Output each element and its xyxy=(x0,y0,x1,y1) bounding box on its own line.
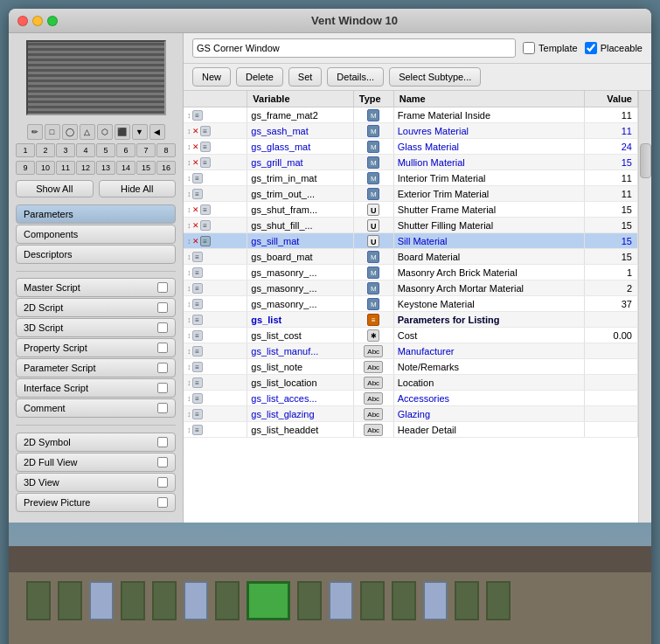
scrollbar-thumb[interactable] xyxy=(640,143,651,178)
row-variable: gs_shut_fram... xyxy=(247,202,353,218)
circle-icon[interactable]: ◯ xyxy=(62,124,78,140)
table-row[interactable]: ↕≡gs_masonry_...MMasonry Arch Mortar Mat… xyxy=(184,280,638,296)
table-row[interactable]: ↕≡gs_masonry_...MMasonry Arch Brick Mate… xyxy=(184,265,638,280)
parameter-script-button[interactable]: Parameter Script xyxy=(16,358,176,377)
show-all-button[interactable]: Show All xyxy=(16,180,94,197)
title-bar: Vent Window 10 xyxy=(9,9,651,33)
tab-parameters[interactable]: Parameters xyxy=(16,204,176,224)
down-icon[interactable]: ▼ xyxy=(132,124,148,140)
table-row[interactable]: ↕✕≡gs_shut_fill_...UShutter Filling Mate… xyxy=(184,218,638,233)
row-icons-cell: ↕≡ xyxy=(184,280,247,296)
full-view-2d-checkbox[interactable] xyxy=(157,457,168,467)
preview-picture-button[interactable]: Preview Picture xyxy=(16,493,176,512)
2d-script-button[interactable]: 2D Script xyxy=(16,298,176,317)
minimize-button[interactable] xyxy=(32,16,43,26)
num-7[interactable]: 7 xyxy=(136,143,156,157)
table-row[interactable]: ↕≡gs_trim_in_matMInterior Trim Material1… xyxy=(184,170,638,186)
symbol-2d-checkbox[interactable] xyxy=(157,437,168,447)
num-16[interactable]: 16 xyxy=(156,161,176,175)
hide-all-button[interactable]: Hide All xyxy=(99,180,177,197)
table-row[interactable]: ↕✕≡gs_grill_matMMullion Material15 xyxy=(184,155,638,170)
num-10[interactable]: 10 xyxy=(36,161,55,175)
col-header-variable[interactable]: Variable xyxy=(247,91,353,107)
table-row[interactable]: ↕≡gs_list_locationAbcLocation xyxy=(184,375,638,391)
col-header-type[interactable]: Type xyxy=(353,91,393,107)
num-11[interactable]: 11 xyxy=(56,161,75,175)
col-header-value[interactable]: Value xyxy=(585,91,638,107)
master-script-checkbox[interactable] xyxy=(157,282,168,293)
num-6[interactable]: 6 xyxy=(116,143,135,157)
new-button[interactable]: New xyxy=(192,67,231,87)
full-view-2d-button[interactable]: 2D Full View xyxy=(16,453,176,472)
set-button[interactable]: Set xyxy=(288,67,323,87)
scrollbar[interactable] xyxy=(638,91,651,523)
table-row[interactable]: ↕≡gs_list_manuf...AbcManufacturer xyxy=(184,343,638,359)
property-script-button[interactable]: Property Script xyxy=(16,338,176,357)
table-row[interactable]: ↕✕≡gs_glass_matMGlass Material24 xyxy=(184,139,638,155)
row-type: Abc xyxy=(353,391,393,406)
arc-icon[interactable]: △ xyxy=(80,124,95,140)
col-header-name[interactable]: Name xyxy=(393,91,585,107)
table-row[interactable]: ↕≡gs_list_headdetAbcHeader Detail xyxy=(184,422,638,438)
table-row[interactable]: ↕≡gs_masonry_...MKeystone Material37 xyxy=(184,296,638,312)
preview-checkbox[interactable] xyxy=(157,497,168,508)
close-button[interactable] xyxy=(17,16,28,26)
table-row[interactable]: ↕✕≡gs_sash_matMLouvres Material11 xyxy=(184,123,638,139)
select-subtype-button[interactable]: Select Subtype... xyxy=(389,67,481,87)
rect-icon[interactable]: □ xyxy=(45,124,60,140)
table-row[interactable]: ↕✕≡gs_sill_matUSill Material15 xyxy=(184,233,638,249)
table-row[interactable]: ↕≡gs_list_noteAbcNote/Remarks xyxy=(184,359,638,375)
3d-script-button[interactable]: 3D Script xyxy=(16,318,176,337)
master-script-button[interactable]: Master Script xyxy=(16,278,176,297)
table-container[interactable]: Variable Type Name Value ↕≡gs_frame_mat2… xyxy=(184,91,638,523)
back-icon[interactable]: ◀ xyxy=(149,124,165,140)
table-row[interactable]: ↕✕≡gs_shut_fram...UShutter Frame Materia… xyxy=(184,202,638,218)
num-9[interactable]: 9 xyxy=(16,161,35,175)
table-row[interactable]: ↕≡gs_list_acces...AbcAccessories xyxy=(184,391,638,406)
fill-icon[interactable]: ⬛ xyxy=(115,124,130,140)
hex-icon[interactable]: ⬡ xyxy=(97,124,113,140)
3d-script-checkbox[interactable] xyxy=(157,322,168,333)
interface-script-checkbox[interactable] xyxy=(157,383,168,393)
maximize-button[interactable] xyxy=(47,16,58,26)
table-row[interactable]: ↕≡gs_frame_mat2MFrame Material Inside11 xyxy=(184,107,638,123)
row-icons-cell: ↕✕≡ xyxy=(184,155,247,170)
num-12[interactable]: 12 xyxy=(76,161,95,175)
comment-checkbox[interactable] xyxy=(157,403,168,413)
table-row[interactable]: ↕≡gs_list_glazingAbcGlazing xyxy=(184,406,638,422)
placeable-checkbox[interactable] xyxy=(585,42,597,54)
symbol-2d-button[interactable]: 2D Symbol xyxy=(16,433,176,452)
num-4[interactable]: 4 xyxy=(76,143,95,157)
row-icons-cell: ↕≡ xyxy=(184,312,247,328)
tab-components[interactable]: Components xyxy=(16,225,176,244)
parameter-script-checkbox[interactable] xyxy=(157,363,168,373)
num-5[interactable]: 5 xyxy=(96,143,115,157)
row-value xyxy=(585,359,638,375)
property-script-checkbox[interactable] xyxy=(157,343,168,353)
row-icons-cell: ↕≡ xyxy=(184,375,247,391)
comment-button[interactable]: Comment xyxy=(16,398,176,418)
num-8[interactable]: 8 xyxy=(156,143,176,157)
template-checkbox[interactable] xyxy=(523,42,535,54)
row-variable: gs_list_note xyxy=(247,359,353,375)
table-row[interactable]: ↕≡gs_trim_out_...MExterior Trim Material… xyxy=(184,186,638,202)
object-name-input[interactable] xyxy=(192,38,516,58)
num-15[interactable]: 15 xyxy=(136,161,156,175)
table-row[interactable]: ↕≡gs_list≡Parameters for Listing xyxy=(184,312,638,328)
row-variable: gs_list_headdet xyxy=(247,422,353,438)
edit-icon[interactable]: ✏ xyxy=(27,124,43,140)
interface-script-button[interactable]: Interface Script xyxy=(16,378,176,398)
num-1[interactable]: 1 xyxy=(16,143,35,157)
num-13[interactable]: 13 xyxy=(96,161,115,175)
tab-descriptors[interactable]: Descriptors xyxy=(16,245,176,264)
num-14[interactable]: 14 xyxy=(116,161,135,175)
table-row[interactable]: ↕≡gs_list_cost✱Cost0.00 xyxy=(184,328,638,343)
delete-button[interactable]: Delete xyxy=(236,67,283,87)
3d-view-button[interactable]: 3D View xyxy=(16,473,176,492)
num-2[interactable]: 2 xyxy=(36,143,55,157)
details-button[interactable]: Details... xyxy=(327,67,384,87)
table-row[interactable]: ↕≡gs_board_matMBoard Material15 xyxy=(184,249,638,265)
3d-view-checkbox[interactable] xyxy=(157,477,168,488)
2d-script-checkbox[interactable] xyxy=(157,302,168,313)
num-3[interactable]: 3 xyxy=(56,143,75,157)
